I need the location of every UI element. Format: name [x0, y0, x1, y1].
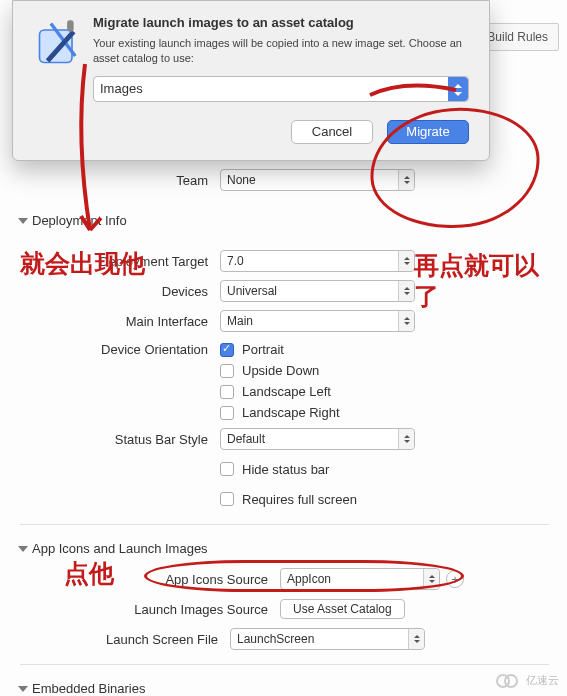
disclosure-triangle-icon[interactable] — [18, 686, 28, 692]
section-app-icons: App Icons and Launch Images — [32, 541, 208, 556]
chevron-down-icon — [398, 251, 414, 271]
section-deployment-info: Deployment Info — [32, 213, 127, 228]
orientation-landscapeleft-label: Landscape Left — [242, 384, 331, 399]
section-embedded-binaries: Embedded Binaries — [32, 681, 145, 696]
launchscreen-file-value: LaunchScreen — [237, 632, 314, 646]
disclosure-triangle-icon[interactable] — [18, 218, 28, 224]
appicons-source-select[interactable]: AppIcon — [280, 568, 440, 590]
team-select[interactable]: None — [220, 169, 415, 191]
main-interface-label: Main Interface — [20, 314, 220, 329]
statusbar-select[interactable]: Default — [220, 428, 415, 450]
hide-statusbar-label: Hide status bar — [242, 462, 329, 477]
statusbar-value: Default — [227, 432, 265, 446]
launchimages-source-label: Launch Images Source — [20, 602, 280, 617]
launchscreen-file-field[interactable]: LaunchScreen — [230, 628, 425, 650]
watermark-text: 亿速云 — [526, 673, 559, 688]
asset-catalog-select[interactable]: Images — [93, 76, 469, 102]
xcode-icon — [33, 15, 93, 144]
appicons-source-label: App Icons Source — [20, 572, 280, 587]
chevron-updown-icon — [398, 429, 414, 449]
statusbar-label: Status Bar Style — [20, 432, 220, 447]
devices-label: Devices — [20, 284, 220, 299]
orientation-portrait-checkbox[interactable] — [220, 343, 234, 357]
deployment-target-field[interactable]: 7.0 — [220, 250, 415, 272]
main-interface-value: Main — [227, 314, 253, 328]
requires-fullscreen-checkbox[interactable] — [220, 492, 234, 506]
migrate-button[interactable]: Migrate — [387, 120, 469, 144]
orientation-upsidedown-label: Upside Down — [242, 363, 319, 378]
chevron-updown-icon — [398, 170, 414, 190]
deployment-target-value: 7.0 — [227, 254, 244, 268]
orientation-landscaperight-label: Landscape Right — [242, 405, 340, 420]
cancel-button[interactable]: Cancel — [291, 120, 373, 144]
watermark: 亿速云 — [496, 672, 559, 688]
chevron-updown-icon — [448, 77, 468, 101]
orientation-portrait-label: Portrait — [242, 342, 284, 357]
migrate-dialog: Migrate launch images to an asset catalo… — [12, 0, 490, 161]
cloud-icon — [496, 672, 522, 688]
orientation-upsidedown-checkbox[interactable] — [220, 364, 234, 378]
disclosure-triangle-icon[interactable] — [18, 546, 28, 552]
appicons-source-value: AppIcon — [287, 572, 331, 586]
main-interface-field[interactable]: Main — [220, 310, 415, 332]
dialog-message: Your existing launch images will be copi… — [93, 36, 469, 66]
team-label: Team — [20, 173, 220, 188]
dialog-title: Migrate launch images to an asset catalo… — [93, 15, 469, 30]
orientation-landscaperight-checkbox[interactable] — [220, 406, 234, 420]
deployment-target-label: Deployment Target — [20, 254, 220, 269]
requires-fullscreen-label: Requires full screen — [242, 492, 357, 507]
hide-statusbar-checkbox[interactable] — [220, 462, 234, 476]
chevron-down-icon — [398, 311, 414, 331]
devices-select[interactable]: Universal — [220, 280, 415, 302]
launchscreen-file-label: Launch Screen File — [20, 632, 230, 647]
orientation-landscapeleft-checkbox[interactable] — [220, 385, 234, 399]
chevron-down-icon — [408, 629, 424, 649]
team-value: None — [227, 173, 256, 187]
asset-catalog-value: Images — [100, 81, 143, 96]
add-appicon-button[interactable]: + — [446, 570, 464, 588]
chevron-updown-icon — [398, 281, 414, 301]
use-asset-catalog-button[interactable]: Use Asset Catalog — [280, 599, 405, 619]
orientation-label: Device Orientation — [20, 342, 220, 357]
devices-value: Universal — [227, 284, 277, 298]
chevron-updown-icon — [423, 569, 439, 589]
svg-rect-1 — [67, 20, 74, 31]
